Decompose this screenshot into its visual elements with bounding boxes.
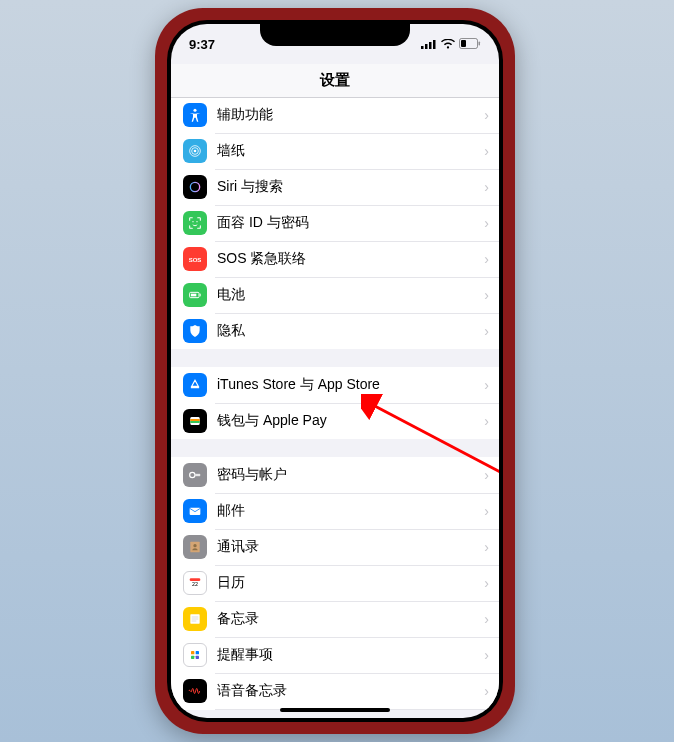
- chevron-right-icon: ›: [484, 647, 499, 663]
- settings-row-wallet[interactable]: 钱包与 Apple Pay›: [171, 403, 499, 439]
- svg-point-11: [190, 182, 199, 191]
- faceid-icon: [183, 211, 207, 235]
- nav-title: 设置: [320, 71, 350, 90]
- battery-icon: [183, 283, 207, 307]
- svg-rect-1: [425, 44, 428, 49]
- row-label: 隐私: [217, 322, 484, 340]
- row-label: iTunes Store 与 App Store: [217, 376, 484, 394]
- row-label: Siri 与搜索: [217, 178, 484, 196]
- settings-row-accessibility[interactable]: 辅助功能›: [171, 98, 499, 133]
- contacts-icon: [183, 535, 207, 559]
- settings-row-privacy[interactable]: 隐私›: [171, 313, 499, 349]
- row-label: 通讯录: [217, 538, 484, 556]
- chevron-right-icon: ›: [484, 413, 499, 429]
- siri-icon: [183, 175, 207, 199]
- accessibility-icon: [183, 103, 207, 127]
- row-label: SOS 紧急联络: [217, 250, 484, 268]
- settings-row-wallpaper[interactable]: 墙纸›: [171, 133, 499, 169]
- chevron-right-icon: ›: [484, 143, 499, 159]
- wifi-icon: [441, 37, 455, 52]
- bezel: 9:37 设置 辅助功能›墙纸›Siri 与搜索›面容 ID 与密码›SOSSO: [167, 20, 503, 722]
- svg-point-10: [194, 150, 197, 153]
- chevron-right-icon: ›: [484, 575, 499, 591]
- chevron-right-icon: ›: [484, 215, 499, 231]
- chevron-right-icon: ›: [484, 611, 499, 627]
- calendar-icon: 22: [183, 571, 207, 595]
- svg-point-12: [192, 221, 193, 222]
- chevron-right-icon: ›: [484, 683, 499, 699]
- screen: 9:37 设置 辅助功能›墙纸›Siri 与搜索›面容 ID 与密码›SOSSO: [171, 24, 499, 718]
- status-right: [421, 37, 481, 52]
- svg-rect-3: [433, 40, 436, 49]
- signal-icon: [421, 37, 437, 52]
- svg-text:SOS: SOS: [189, 257, 202, 263]
- svg-rect-20: [190, 421, 199, 423]
- svg-rect-19: [190, 419, 199, 421]
- settings-row-siri[interactable]: Siri 与搜索›: [171, 169, 499, 205]
- svg-text:22: 22: [192, 581, 198, 587]
- chevron-right-icon: ›: [484, 287, 499, 303]
- row-label: 密码与帐户: [217, 466, 484, 484]
- svg-point-7: [193, 109, 196, 112]
- appstore-icon: [183, 373, 207, 397]
- svg-rect-6: [479, 41, 481, 45]
- chevron-right-icon: ›: [484, 467, 499, 483]
- svg-rect-32: [191, 651, 194, 654]
- chevron-right-icon: ›: [484, 377, 499, 393]
- row-label: 日历: [217, 574, 484, 592]
- phone-frame: 9:37 设置 辅助功能›墙纸›Siri 与搜索›面容 ID 与密码›SOSSO: [155, 8, 515, 734]
- voicememo-icon: [183, 679, 207, 703]
- svg-rect-0: [421, 46, 424, 49]
- settings-row-appstore[interactable]: iTunes Store 与 App Store›: [171, 367, 499, 403]
- sos-icon: SOS: [183, 247, 207, 271]
- svg-point-21: [190, 472, 195, 477]
- settings-row-mail[interactable]: 邮件›: [171, 493, 499, 529]
- svg-rect-5: [461, 40, 466, 47]
- row-label: 辅助功能: [217, 106, 484, 124]
- settings-row-calendar[interactable]: 22日历›: [171, 565, 499, 601]
- svg-rect-26: [190, 578, 201, 581]
- settings-row-battery[interactable]: 电池›: [171, 277, 499, 313]
- svg-rect-35: [196, 656, 199, 659]
- settings-group: iTunes Store 与 App Store›钱包与 Apple Pay›: [171, 367, 499, 439]
- row-label: 钱包与 Apple Pay: [217, 412, 484, 430]
- wallpaper-icon: [183, 139, 207, 163]
- row-label: 语音备忘录: [217, 682, 484, 700]
- svg-point-24: [193, 544, 196, 547]
- settings-row-contacts[interactable]: 通讯录›: [171, 529, 499, 565]
- mail-icon: [183, 499, 207, 523]
- row-label: 提醒事项: [217, 646, 484, 664]
- svg-rect-17: [191, 294, 196, 297]
- privacy-icon: [183, 319, 207, 343]
- chevron-right-icon: ›: [484, 323, 499, 339]
- svg-rect-33: [196, 651, 199, 654]
- nav-bar: 设置: [171, 64, 499, 98]
- settings-group: 密码与帐户›邮件›通讯录›22日历›备忘录›提醒事项›语音备忘录›电话›: [171, 457, 499, 710]
- chevron-right-icon: ›: [484, 251, 499, 267]
- svg-rect-2: [429, 42, 432, 49]
- chevron-right-icon: ›: [484, 179, 499, 195]
- row-label: 备忘录: [217, 610, 484, 628]
- svg-rect-34: [191, 656, 194, 659]
- svg-rect-16: [200, 294, 201, 297]
- settings-row-key[interactable]: 密码与帐户›: [171, 457, 499, 493]
- settings-row-voicememo[interactable]: 语音备忘录›: [171, 673, 499, 709]
- notch: [260, 20, 410, 46]
- chevron-right-icon: ›: [484, 107, 499, 123]
- chevron-right-icon: ›: [484, 539, 499, 555]
- settings-row-reminders[interactable]: 提醒事项›: [171, 637, 499, 673]
- row-label: 电池: [217, 286, 484, 304]
- row-label: 墙纸: [217, 142, 484, 160]
- chevron-right-icon: ›: [484, 503, 499, 519]
- settings-list[interactable]: 辅助功能›墙纸›Siri 与搜索›面容 ID 与密码›SOSSOS 紧急联络›电…: [171, 98, 499, 710]
- settings-row-notes[interactable]: 备忘录›: [171, 601, 499, 637]
- row-label: 面容 ID 与密码: [217, 214, 484, 232]
- battery-icon: [459, 37, 481, 52]
- settings-group: 辅助功能›墙纸›Siri 与搜索›面容 ID 与密码›SOSSOS 紧急联络›电…: [171, 98, 499, 349]
- wallet-icon: [183, 409, 207, 433]
- svg-point-13: [196, 221, 197, 222]
- settings-row-sos[interactable]: SOSSOS 紧急联络›: [171, 241, 499, 277]
- key-icon: [183, 463, 207, 487]
- home-indicator[interactable]: [280, 708, 390, 712]
- settings-row-faceid[interactable]: 面容 ID 与密码›: [171, 205, 499, 241]
